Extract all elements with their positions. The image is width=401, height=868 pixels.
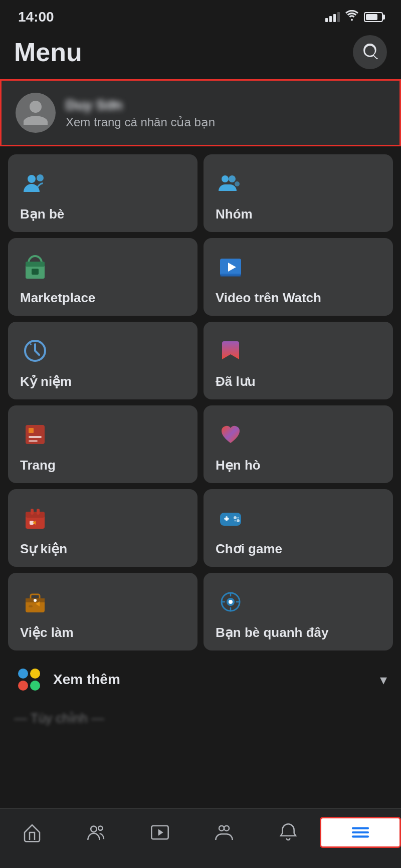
page-title: Menu (14, 37, 82, 67)
svg-rect-33 (29, 605, 33, 607)
see-more-section[interactable]: Xem thêm ▾ (0, 657, 401, 703)
profile-card[interactable]: Duy Sơn Xem trang cá nhân của bạn (0, 79, 401, 146)
marketplace-icon (20, 252, 50, 282)
menu-item-gaming-label: Chơi game (216, 541, 282, 557)
chevron-down-icon: ▾ (380, 672, 387, 688)
svg-marker-45 (158, 829, 163, 835)
bottom-nav (0, 808, 401, 868)
battery-icon (364, 12, 383, 22)
search-icon (361, 44, 378, 61)
nav-item-menu[interactable] (320, 817, 401, 848)
menu-item-dating[interactable]: Hẹn hò (204, 405, 393, 483)
status-icons (325, 10, 383, 24)
svg-point-27 (235, 520, 236, 522)
svg-rect-17 (26, 512, 45, 518)
menu-item-memories-label: Kỷ niệm (20, 374, 72, 389)
menu-item-jobs-label: Việc làm (20, 625, 74, 640)
menu-item-groups-label: Nhóm (216, 206, 253, 222)
menu-item-memories[interactable]: Kỷ niệm (8, 322, 197, 399)
svg-point-47 (224, 826, 229, 831)
nav-item-watch[interactable] (128, 818, 192, 846)
profile-info: Duy Sơn Xem trang cá nhân của bạn (66, 97, 215, 129)
home-icon (22, 822, 42, 842)
svg-point-2 (222, 175, 229, 182)
svg-rect-15 (29, 440, 38, 442)
menu-item-groups[interactable]: Nhóm (204, 154, 393, 232)
status-time: 14:00 (18, 9, 54, 25)
svg-point-37 (229, 600, 233, 604)
svg-rect-22 (220, 513, 241, 526)
menu-item-friends-label: Bạn bè (20, 206, 64, 222)
status-bar: 14:00 (0, 0, 401, 30)
menu-item-watch-label: Video trên Watch (216, 290, 321, 306)
bottom-blur-text: — Tùy chỉnh — (14, 711, 104, 726)
svg-point-42 (91, 826, 97, 832)
groups-icon (216, 168, 246, 198)
nav-item-home[interactable] (0, 818, 64, 846)
page-header: Menu (0, 30, 401, 77)
nav-item-groups[interactable] (192, 818, 256, 846)
svg-point-1 (37, 174, 44, 181)
svg-rect-19 (37, 509, 40, 515)
menu-item-saved[interactable]: Đã lưu (204, 322, 393, 399)
dating-icon (216, 419, 246, 450)
menu-item-nearby[interactable]: Bạn bè quanh đây (204, 573, 393, 650)
menu-item-gaming[interactable]: Chơi game (204, 489, 393, 567)
svg-point-25 (234, 516, 237, 519)
svg-point-3 (229, 175, 236, 182)
nearby-icon (216, 587, 246, 617)
profile-name: Duy Sơn (66, 97, 215, 113)
watch-icon (216, 252, 246, 282)
svg-rect-10 (220, 274, 241, 277)
avatar-icon (21, 98, 51, 128)
svg-point-0 (28, 175, 36, 183)
svg-point-40 (18, 681, 28, 691)
svg-point-26 (237, 519, 240, 522)
menu-item-marketplace-label: Marketplace (20, 290, 95, 306)
svg-point-41 (30, 681, 40, 691)
menu-item-jobs[interactable]: Việc làm (8, 573, 197, 650)
see-more-label: Xem thêm (53, 672, 371, 688)
memories-icon (20, 336, 50, 366)
wifi-icon (345, 10, 359, 24)
pages-icon (20, 419, 50, 450)
events-icon (20, 503, 50, 533)
menu-item-events-label: Sự kiện (20, 541, 67, 557)
friends-nav-icon (86, 822, 106, 842)
svg-rect-18 (31, 509, 34, 515)
friends-icon (20, 168, 50, 198)
svg-point-28 (238, 517, 239, 519)
bottom-blur-content: — Tùy chỉnh — (0, 703, 401, 731)
nav-item-notifications[interactable] (256, 818, 320, 846)
menu-item-saved-label: Đã lưu (216, 374, 256, 389)
menu-item-pages[interactable]: Trang (8, 405, 197, 483)
svg-point-32 (34, 599, 37, 602)
bell-icon (278, 822, 298, 842)
saved-icon (216, 336, 246, 366)
svg-rect-14 (29, 436, 42, 438)
menu-item-watch[interactable]: Video trên Watch (204, 238, 393, 316)
watch-nav-icon (150, 822, 170, 842)
menu-item-friends[interactable]: Bạn bè (8, 154, 197, 232)
signal-icon (325, 12, 340, 22)
svg-point-46 (219, 826, 224, 831)
menu-item-nearby-label: Bạn bè quanh đây (216, 625, 328, 640)
svg-point-43 (98, 826, 102, 830)
profile-subtitle: Xem trang cá nhân của bạn (66, 115, 215, 129)
menu-item-dating-label: Hẹn hò (216, 458, 261, 473)
see-more-icons (14, 665, 44, 695)
avatar (16, 93, 56, 133)
menu-grid: Bạn bè Nhóm Marketplace (0, 148, 401, 657)
svg-rect-7 (32, 269, 39, 275)
gaming-icon (216, 503, 246, 533)
svg-rect-24 (226, 516, 228, 521)
menu-item-pages-label: Trang (20, 458, 56, 473)
menu-nav-icon (350, 822, 370, 842)
groups-nav-icon (214, 822, 234, 842)
menu-item-marketplace[interactable]: Marketplace (8, 238, 197, 316)
svg-rect-6 (26, 262, 45, 267)
svg-point-4 (235, 181, 240, 186)
menu-item-events[interactable]: Sự kiện (8, 489, 197, 567)
search-button[interactable] (353, 35, 387, 69)
nav-item-friends[interactable] (64, 818, 128, 846)
